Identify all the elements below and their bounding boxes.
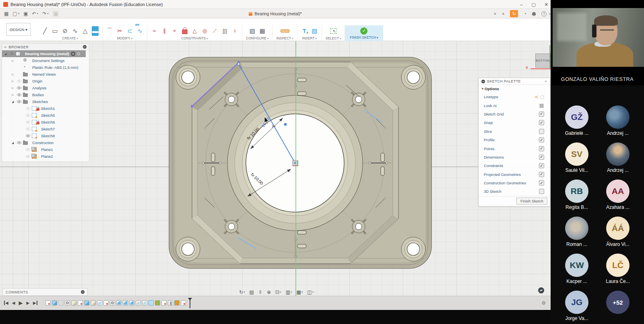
option-control[interactable] <box>539 146 544 151</box>
select-dropdown[interactable]: SELECT <box>326 36 341 40</box>
participant-andrzej-1[interactable]: Andrzej ... <box>597 105 638 136</box>
timeline-settings-gear-icon[interactable]: ⚙ <box>541 300 546 306</box>
notifications-bell-icon[interactable] <box>532 12 536 15</box>
configure-icon[interactable]: ▧ <box>249 26 256 36</box>
bearing-housing-part[interactable] <box>163 49 437 274</box>
timeline-feature-icon[interactable] <box>181 300 186 305</box>
tangent-constraint[interactable]: ⟋ <box>211 26 218 36</box>
timeline-feature-icon[interactable] <box>45 300 51 305</box>
browser-item-named-views[interactable]: Named Views <box>2 71 89 78</box>
expander-icon[interactable] <box>12 73 15 76</box>
spline-tool[interactable]: ∿ <box>72 26 78 36</box>
browser-item-plane1[interactable]: Plane1 <box>2 146 89 153</box>
timeline-feature-icon[interactable] <box>71 300 76 305</box>
visibility-eye-icon[interactable] <box>26 155 30 158</box>
timeline-feature-icon[interactable] <box>103 300 109 305</box>
palette-expand-icon[interactable]: » <box>545 79 547 83</box>
look-at-icon[interactable]: ▤ <box>250 289 254 295</box>
expander-icon[interactable] <box>4 52 8 56</box>
symmetry-constraint[interactable]: [|] <box>221 26 228 36</box>
timeline-go-to-start[interactable] <box>4 301 8 305</box>
trim-tool[interactable]: ✂ <box>116 26 123 36</box>
visibility-eye-icon[interactable] <box>26 121 30 124</box>
option-control[interactable] <box>539 120 544 125</box>
option-control[interactable] <box>539 111 544 117</box>
equal-constraint[interactable]: △ <box>191 26 198 36</box>
expander-icon[interactable] <box>12 59 15 62</box>
browser-collapse-icon[interactable]: « <box>4 45 7 49</box>
visibility-eye-icon[interactable] <box>17 87 21 89</box>
participant-alvaro[interactable]: ÁÁ Álvaro Vi... <box>597 217 638 247</box>
timeline-feature-icon[interactable] <box>161 300 167 305</box>
timeline-marker[interactable] <box>188 298 192 308</box>
display-settings-icon[interactable]: ▥ <box>286 289 292 295</box>
option-control[interactable] <box>539 103 544 108</box>
timeline-feature-icon[interactable] <box>136 300 141 305</box>
browser-item-bodies[interactable]: Bodies <box>2 91 89 98</box>
grid-settings-icon[interactable]: ▦ <box>296 289 303 295</box>
participant-azahara[interactable]: AA Azahara ... <box>597 180 638 210</box>
visibility-eye-icon[interactable] <box>10 52 14 55</box>
timeline-feature-icon[interactable] <box>78 300 83 305</box>
participant-roman[interactable]: Roman ... <box>556 217 597 247</box>
visibility-eye-icon[interactable] <box>17 80 21 83</box>
timeline-go-to-end[interactable] <box>33 301 37 305</box>
slot-tool[interactable]: ▬ <box>92 26 99 36</box>
browser-item-construction[interactable]: Construction <box>2 139 89 146</box>
timeline-feature-icon[interactable] <box>91 300 96 305</box>
file-menu-icon[interactable]: ▢ <box>12 11 19 17</box>
browser-item-sketch6[interactable]: Sketch6 <box>2 119 89 126</box>
create-dropdown[interactable]: CREATE <box>62 36 78 40</box>
minimize-button[interactable]: – <box>520 2 522 7</box>
timeline-feature-icon[interactable] <box>155 300 160 305</box>
offset-tool[interactable]: ⊂ <box>126 26 133 36</box>
browser-item-sketches[interactable]: Sketches <box>2 98 89 105</box>
browser-item-plane2[interactable]: Plane2 <box>2 153 89 160</box>
history-icon[interactable]: ◔ <box>524 11 526 16</box>
visibility-eye-icon[interactable] <box>17 100 21 103</box>
perpendicular-constraint[interactable]: × <box>171 26 178 36</box>
browser-options-icon[interactable] <box>83 45 87 49</box>
insert-fastener-icon[interactable]: T <box>301 26 308 36</box>
line-tool[interactable]: ╱ <box>41 26 48 36</box>
timeline-feature-icon[interactable] <box>110 300 115 305</box>
help-icon[interactable]: ? <box>541 11 547 17</box>
option-control[interactable] <box>539 172 544 177</box>
inspect-dropdown[interactable]: INSPECT <box>276 36 293 40</box>
timeline-feature-icon[interactable] <box>84 300 89 305</box>
finish-sketch-palette-button[interactable]: Finish Sketch <box>516 198 547 204</box>
redo-icon[interactable]: ↷ <box>42 11 49 17</box>
timeline-feature-icon[interactable] <box>97 300 102 305</box>
timeline-step-back[interactable] <box>12 301 15 305</box>
visibility-eye-icon[interactable] <box>26 114 30 117</box>
rectangle-tool[interactable]: ▭ <box>52 26 58 36</box>
visibility-eye-icon[interactable] <box>17 93 21 96</box>
save-icon[interactable]: ▣ <box>23 11 28 17</box>
browser-item-sketch8[interactable]: Sketch8 <box>2 132 89 139</box>
participant-kacper[interactable]: KW Kacper ... <box>556 254 597 284</box>
option-control[interactable] <box>539 180 544 186</box>
participant-jorge[interactable]: JG Jorge Va... <box>556 291 597 321</box>
timeline-play[interactable] <box>19 300 23 306</box>
expander-icon[interactable] <box>12 100 15 103</box>
browser-item-sketch5[interactable]: Sketch5 <box>2 112 89 119</box>
close-button[interactable]: ✕ <box>545 2 548 7</box>
insert-image-icon[interactable]: ▨ <box>311 26 318 36</box>
edit-spline-tool[interactable]: ∿ <box>136 26 143 36</box>
speaker-video-tile[interactable]: GONZALO VALIÑO RIESTRA <box>551 0 644 85</box>
timeline-feature-icon[interactable] <box>58 300 64 305</box>
browser-item-root[interactable]: Bearing Housing (metal) G ⊙ <box>2 50 86 57</box>
select-icon[interactable]: ↖ <box>330 26 337 36</box>
fix-constraint[interactable] <box>181 26 188 36</box>
modify-dropdown[interactable]: MODIFY <box>117 36 133 40</box>
browser-item-plastic-rule[interactable]: Plastic Rule: ABS (1,5 mm) <box>2 64 89 71</box>
option-control[interactable] <box>539 137 544 142</box>
participant-laura[interactable]: LČ Laura Če... <box>597 254 638 284</box>
timeline-feature-icon[interactable] <box>129 300 134 305</box>
timeline-feature-icon[interactable] <box>142 300 147 305</box>
undo-icon[interactable]: ↶ <box>32 11 39 17</box>
browser-item-document-settings[interactable]: Document Settings <box>2 57 89 64</box>
option-control[interactable] <box>539 189 544 194</box>
maximize-button[interactable]: ▢ <box>531 2 535 7</box>
participant-overflow-count[interactable]: +52 <box>597 291 638 321</box>
